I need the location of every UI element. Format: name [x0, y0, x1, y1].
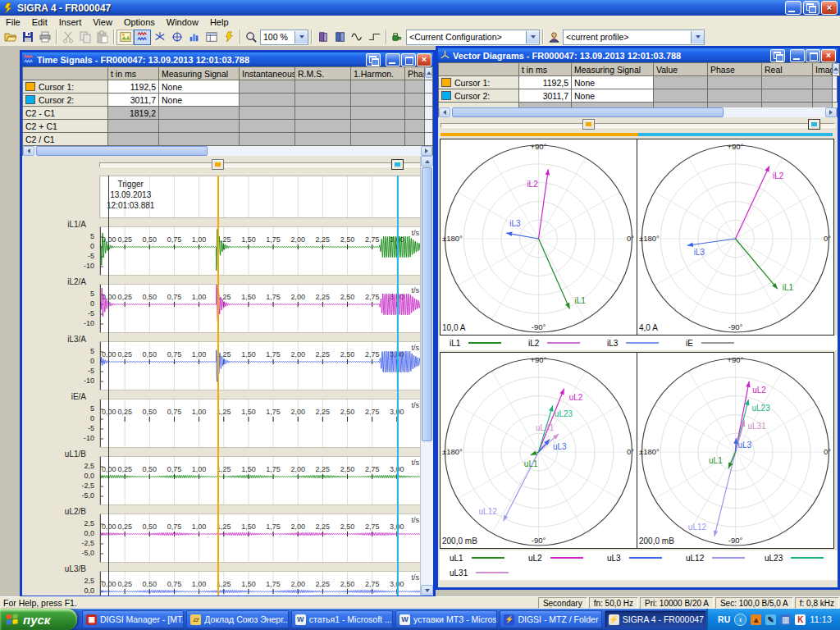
start-button[interactable]: пуск — [0, 609, 77, 630]
scroll-up-button[interactable] — [833, 63, 839, 74]
t-ms-cell[interactable]: 1192,5 — [519, 76, 572, 89]
fault-locator-button[interactable] — [220, 30, 237, 45]
table-vscroll-track[interactable] — [833, 89, 838, 103]
harmonics-button[interactable] — [185, 30, 203, 45]
time-signals-view-button[interactable] — [134, 30, 151, 45]
window-maximize-button[interactable] — [806, 49, 820, 62]
scroll-down-button[interactable] — [421, 585, 433, 596]
configuration-button[interactable] — [389, 30, 406, 45]
chevron-down-icon[interactable] — [691, 31, 704, 43]
export-picture-button[interactable] — [116, 30, 134, 45]
measuring-signal-cell[interactable]: None — [572, 89, 654, 103]
cut-button[interactable] — [59, 30, 76, 45]
table-vscroll[interactable] — [833, 63, 840, 76]
measuring-signal-cell[interactable]: None — [572, 76, 654, 89]
print-button[interactable] — [36, 30, 53, 45]
profile-combo[interactable]: <current profile> — [563, 30, 705, 45]
menu-options[interactable]: Options — [118, 16, 161, 28]
table-vscroll-track[interactable] — [425, 94, 433, 107]
taskbar-button-digsi[interactable]: ▣DIGSI Manager - [MT... — [82, 610, 184, 628]
plot-vscrollbar[interactable] — [420, 156, 433, 596]
scroll-thumb[interactable] — [36, 146, 208, 156]
scroll-track[interactable] — [450, 107, 825, 117]
window-close-button[interactable]: × — [417, 53, 431, 66]
scroll-right-button[interactable] — [825, 107, 837, 117]
window-close-button[interactable]: × — [821, 49, 836, 62]
taskbar-button-sigra[interactable]: ⚡SIGRA 4 - FR000047 — [605, 610, 706, 628]
circle-diagram-button[interactable] — [168, 30, 185, 45]
cursor2-line[interactable] — [397, 176, 399, 596]
time-signals-title-bar[interactable]: Time Signals - FR000047: 13.09.2013 12:0… — [22, 52, 433, 66]
table-vscroll-track[interactable] — [425, 133, 433, 146]
zoom-level-combo[interactable]: 100 % — [260, 30, 308, 45]
zoom-button[interactable] — [243, 30, 260, 45]
restore-frame-button[interactable] — [770, 49, 785, 62]
restore-frame-button[interactable] — [366, 53, 381, 66]
table-vscroll-track[interactable] — [833, 76, 838, 89]
scroll-up-button[interactable] — [421, 156, 433, 167]
t-ms-cell[interactable]: 3011,7 — [108, 94, 159, 107]
scroll-thumb[interactable] — [452, 107, 724, 117]
table-vscroll-track[interactable] — [425, 80, 433, 94]
window-minimize-button[interactable] — [386, 53, 400, 66]
measuring-signal-cell[interactable]: None — [159, 94, 240, 107]
table-vscroll-track[interactable] — [425, 120, 433, 133]
scroll-left-button[interactable] — [23, 146, 34, 156]
cursor1-slider-marker[interactable] — [212, 159, 224, 170]
menu-file[interactable]: File — [0, 16, 26, 28]
tray-network-icon[interactable]: ▥ — [780, 614, 791, 625]
chevron-down-icon[interactable] — [294, 31, 308, 43]
taskbar-button-folder[interactable]: ▱Доклад Союз Энерг... — [186, 610, 288, 628]
window-maximize-button[interactable] — [401, 53, 416, 66]
open-button[interactable] — [2, 30, 19, 45]
tray-utility-icon[interactable]: ✎ — [765, 614, 776, 625]
t-ms-cell[interactable]: 3011,7 — [519, 89, 572, 103]
restore-button[interactable] — [803, 1, 819, 15]
paste-button[interactable] — [94, 30, 111, 45]
measuring-signal-cell[interactable]: None — [159, 80, 240, 94]
window-minimize-button[interactable] — [790, 49, 805, 62]
scroll-thumb[interactable] — [422, 167, 432, 441]
cursor2-slider-marker[interactable] — [808, 119, 820, 130]
chevron-down-icon[interactable] — [526, 31, 539, 43]
profile-button[interactable] — [546, 30, 563, 45]
minimize-button[interactable] — [785, 1, 801, 15]
save-button[interactable] — [19, 30, 36, 45]
vector-diagrams-title-bar[interactable]: Vector Diagrams - FR000047: 13.09.2013 1… — [438, 48, 838, 62]
cursor1-line[interactable] — [217, 176, 219, 596]
sine-signal-button[interactable] — [349, 30, 366, 45]
scroll-left-button[interactable] — [439, 107, 450, 117]
t-ms-cell[interactable]: 1192,5 — [108, 80, 159, 94]
menu-insert[interactable]: Insert — [53, 16, 88, 28]
table-vscroll[interactable] — [425, 67, 433, 80]
table-vscroll-track[interactable] — [425, 107, 433, 120]
copy-button[interactable] — [76, 30, 94, 45]
slider-groove[interactable] — [441, 123, 835, 128]
binary-signal-button[interactable] — [366, 30, 383, 45]
vector-diagram-button[interactable] — [151, 30, 168, 45]
language-indicator[interactable]: RU — [718, 614, 730, 624]
menu-view[interactable]: View — [87, 16, 118, 28]
trigger-cursor-line[interactable] — [108, 176, 109, 596]
table-view-button[interactable] — [203, 30, 220, 45]
configuration-combo[interactable]: <Current Configuration> — [406, 30, 540, 45]
taskbar-button-bolt[interactable]: ⚡DIGSI - MTZ / Folder ... — [500, 610, 601, 628]
tray-antivirus-icon[interactable]: K — [795, 614, 806, 625]
slider-groove[interactable] — [99, 162, 421, 167]
taskbar-button-word[interactable]: Wстатья1 - Microsoft ... — [291, 610, 393, 628]
view-book1-button[interactable] — [314, 30, 331, 45]
cursor2-slider-marker[interactable] — [391, 159, 404, 170]
menu-help[interactable]: Help — [204, 16, 235, 28]
cursor1-slider-marker[interactable] — [582, 119, 595, 130]
scroll-track[interactable] — [34, 146, 421, 156]
scroll-right-button[interactable] — [421, 146, 432, 156]
menu-edit[interactable]: Edit — [26, 16, 53, 28]
menu-window[interactable]: Window — [161, 16, 204, 28]
view-book2-button[interactable] — [331, 30, 349, 45]
scroll-up-button[interactable] — [425, 67, 432, 78]
taskbar-button-word[interactable]: Wуставки МТЗ - Micros... — [395, 610, 497, 628]
tray-shield-icon[interactable]: ▲ — [751, 614, 761, 625]
tray-back-arrow-icon[interactable]: ‹ — [734, 614, 746, 626]
close-button[interactable]: × — [821, 1, 838, 15]
polar-diagram-1: +90°-90°±180°0°10,0 AiL2iL3iL1 — [440, 139, 637, 336]
